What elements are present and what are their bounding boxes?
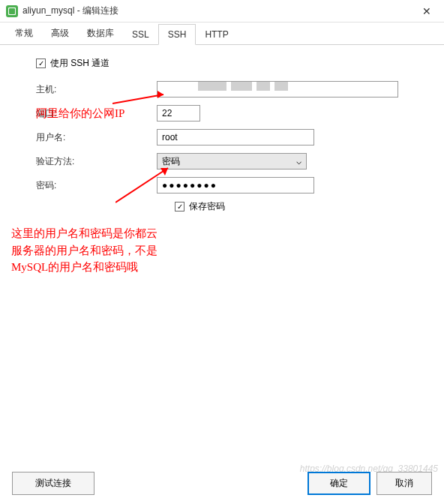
svg-line-2	[112, 94, 164, 104]
use-ssh-checkbox[interactable]: ✓	[36, 58, 46, 68]
user-input[interactable]	[157, 129, 314, 146]
svg-rect-1	[9, 8, 15, 14]
tab-ssh[interactable]: SSH	[158, 24, 196, 45]
footer: 测试连接 确定 取消	[0, 472, 444, 495]
app-icon	[6, 5, 18, 17]
host-row: 主机:	[18, 80, 426, 98]
pwd-input[interactable]	[157, 177, 314, 194]
use-ssh-label: 使用 SSH 通道	[50, 57, 110, 70]
annotation-ip: 阿里给你的公网IP	[36, 105, 124, 122]
save-pwd-row: ✓ 保存密码	[175, 200, 426, 213]
port-input[interactable]	[157, 105, 200, 122]
user-row: 用户名:	[18, 128, 426, 146]
tab-ssl[interactable]: SSL	[123, 25, 158, 44]
window-title: aliyun_mysql - 编辑连接	[22, 4, 416, 17]
svg-marker-3	[158, 91, 164, 98]
auth-select[interactable]: 密码 ⌵	[157, 153, 307, 170]
titlebar: aliyun_mysql - 编辑连接 ✕	[0, 0, 444, 22]
save-pwd-checkbox[interactable]: ✓	[175, 202, 184, 212]
save-pwd-label: 保存密码	[189, 200, 225, 213]
tab-general[interactable]: 常规	[6, 22, 42, 44]
annotation-credentials: 这里的用户名和密码是你都云服务器的用户名和密码，不是MySQL的用户名和密码哦	[11, 225, 161, 276]
user-label: 用户名:	[18, 131, 157, 144]
close-button[interactable]: ✕	[416, 0, 438, 22]
ok-button[interactable]: 确定	[308, 472, 370, 495]
form-area: ✓ 使用 SSH 通道 主机: 端口: 用户名: 验证方法: 密码 ⌵ 密码: …	[0, 45, 444, 225]
tab-http[interactable]: HTTP	[196, 25, 237, 44]
cancel-button[interactable]: 取消	[376, 472, 432, 495]
chevron-down-icon: ⌵	[296, 156, 302, 166]
host-blurred-content	[198, 82, 288, 94]
auth-row: 验证方法: 密码 ⌵	[18, 152, 426, 170]
test-connection-button[interactable]: 测试连接	[12, 472, 94, 495]
tab-database[interactable]: 数据库	[78, 22, 123, 44]
tabs-bar: 常规 高级 数据库 SSL SSH HTTP	[0, 22, 444, 45]
arrow-icon-1	[112, 88, 172, 106]
use-ssh-row: ✓ 使用 SSH 通道	[36, 57, 426, 70]
pwd-row: 密码:	[18, 176, 426, 194]
arrow-icon-2	[116, 146, 176, 206]
tab-advanced[interactable]: 高级	[42, 22, 78, 44]
svg-line-4	[116, 168, 168, 202]
